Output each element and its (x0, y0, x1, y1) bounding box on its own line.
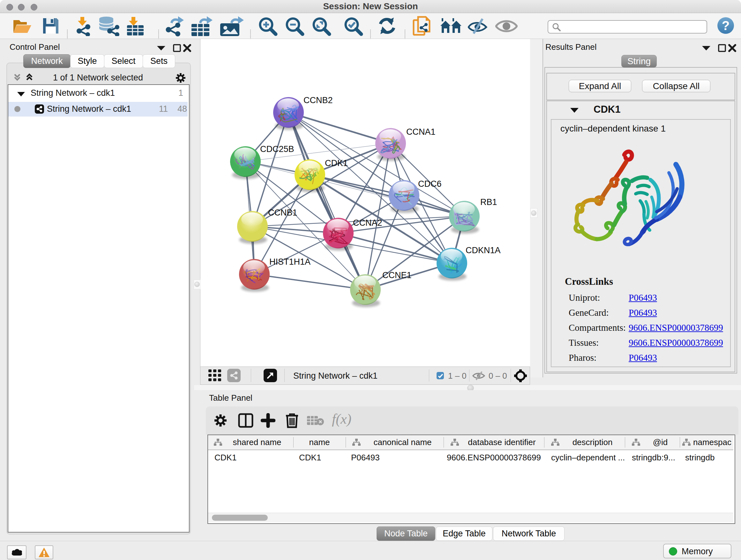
svg-text:CCNA1: CCNA1 (406, 127, 435, 137)
svg-text:CCNB2: CCNB2 (304, 96, 333, 105)
svg-text:CCNB1: CCNB1 (268, 208, 297, 217)
svg-text:CDC6: CDC6 (418, 179, 442, 189)
svg-text:CDC25B: CDC25B (260, 144, 294, 154)
svg-text:CCNA2: CCNA2 (353, 218, 382, 228)
svg-text:CCNE1: CCNE1 (382, 270, 412, 280)
svg-text:HIST1H1A: HIST1H1A (269, 257, 311, 266)
svg-text:CDKN1A: CDKN1A (466, 246, 501, 255)
svg-text:CDK1: CDK1 (325, 159, 348, 168)
svg-text:RB1: RB1 (480, 197, 497, 207)
